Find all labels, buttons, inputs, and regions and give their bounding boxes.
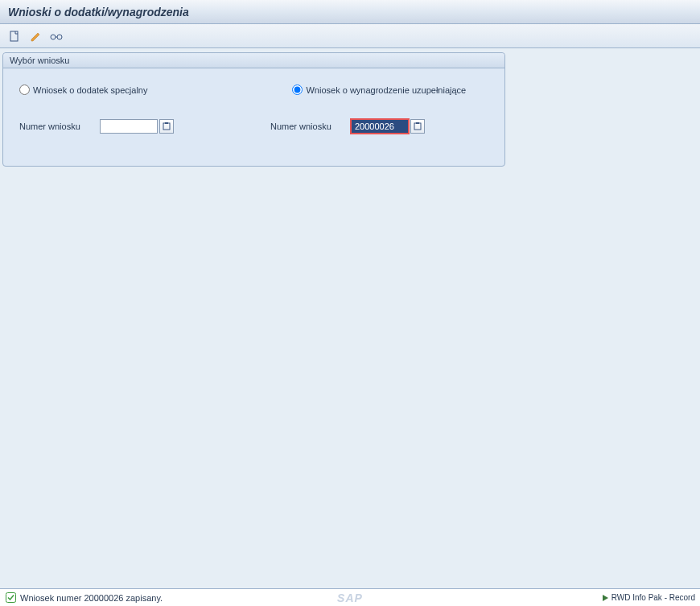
status-left: Wniosek numer 20000026 zapisany. (5, 592, 163, 604)
status-message: Wniosek numer 20000026 zapisany. (20, 593, 163, 603)
label-numer-wniosku-1: Numer wniosku (19, 122, 92, 131)
radio-input-dodatek[interactable] (19, 85, 30, 95)
numer-wniosku-input-2[interactable] (351, 119, 409, 134)
input-row: Numer wniosku Numer wniosku (15, 119, 492, 134)
group-title: Wybór wniosku (3, 53, 504, 68)
group-content: Wniosek o dodatek specjalny Wniosek o wy… (3, 68, 504, 166)
input-group-numer2: Numer wniosku (270, 119, 425, 134)
radio-wynagrodzenie-uzupelniajace[interactable]: Wniosek o wynagrodzenie uzupełniające (292, 85, 466, 95)
content-area: Wybór wniosku Wniosek o dodatek specjaln… (0, 48, 700, 171)
svg-rect-4 (165, 122, 168, 124)
page-title: Wnioski o dodatki/wynagrodzenia (8, 6, 189, 19)
svg-rect-0 (10, 31, 18, 41)
radio-label-dodatek: Wniosek o dodatek specjalny (33, 85, 147, 95)
success-icon (5, 592, 16, 604)
radio-label-wynagrodzenie: Wniosek o wynagrodzenie uzupełniające (306, 85, 466, 95)
svg-rect-7 (6, 593, 15, 603)
input-wrap-1 (100, 119, 174, 134)
group-box-wybor-wniosku: Wybór wniosku Wniosek o dodatek specjaln… (2, 52, 505, 167)
glasses-icon[interactable] (50, 30, 63, 43)
toolbar (0, 24, 700, 48)
document-icon[interactable] (8, 30, 21, 43)
status-right-text: RWD Info Pak - Record (611, 593, 695, 602)
play-icon (601, 594, 609, 602)
radio-dodatek-specjalny[interactable]: Wniosek o dodatek specjalny (19, 85, 147, 95)
svg-point-2 (57, 35, 62, 39)
pencil-icon[interactable] (29, 30, 42, 43)
svg-rect-6 (416, 122, 419, 124)
status-bar: Wniosek numer 20000026 zapisany. SAP RWD… (0, 588, 700, 606)
svg-point-1 (51, 35, 56, 39)
input-wrap-2 (351, 119, 425, 134)
status-right: RWD Info Pak - Record (601, 593, 695, 602)
radio-row: Wniosek o dodatek specjalny Wniosek o wy… (15, 85, 492, 95)
radio-input-wynagrodzenie[interactable] (292, 85, 303, 95)
search-help-button-1[interactable] (159, 119, 174, 134)
search-help-button-2[interactable] (410, 119, 425, 134)
svg-rect-3 (163, 123, 170, 130)
title-bar: Wnioski o dodatki/wynagrodzenia (0, 0, 700, 24)
svg-rect-5 (414, 123, 421, 130)
label-numer-wniosku-2: Numer wniosku (270, 122, 343, 131)
input-group-numer1: Numer wniosku (19, 119, 174, 134)
numer-wniosku-input-1[interactable] (100, 119, 158, 134)
sap-logo: SAP (337, 592, 363, 604)
